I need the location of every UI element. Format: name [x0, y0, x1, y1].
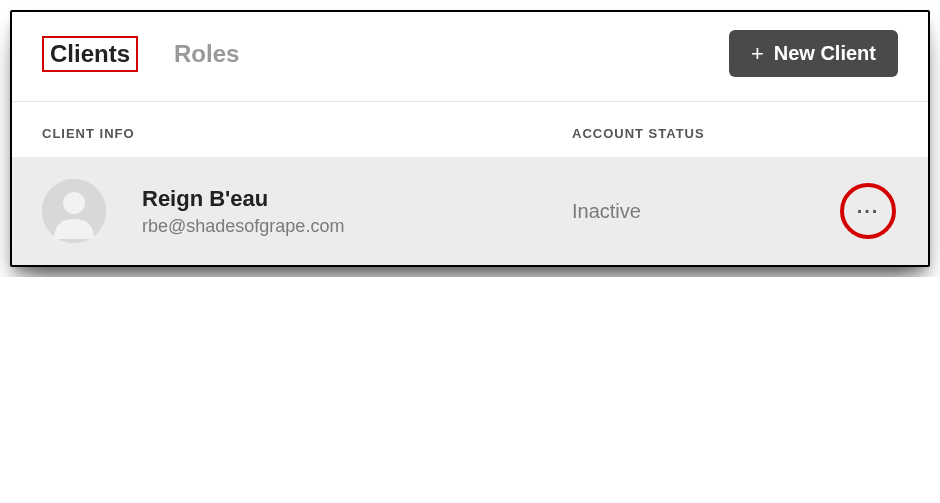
col-account-status: ACCOUNT STATUS [572, 126, 898, 141]
client-email: rbe@shadesofgrape.com [142, 216, 572, 237]
plus-icon: + [751, 43, 764, 65]
panel-header: Clients Roles + New Client [12, 12, 928, 102]
tabs: Clients Roles [42, 36, 729, 72]
col-client-info: CLIENT INFO [42, 126, 572, 141]
account-status-cell: Inactive [572, 200, 838, 223]
ellipsis-icon: ··· [857, 200, 880, 223]
row-actions: ··· [838, 191, 898, 231]
new-client-label: New Client [774, 42, 876, 65]
table-header: CLIENT INFO ACCOUNT STATUS [12, 102, 928, 157]
avatar [42, 179, 106, 243]
tab-clients[interactable]: Clients [42, 36, 138, 72]
svg-point-1 [63, 192, 85, 214]
tab-roles[interactable]: Roles [174, 40, 239, 68]
new-client-button[interactable]: + New Client [729, 30, 898, 77]
table-row: Reign B'eau rbe@shadesofgrape.com Inacti… [12, 157, 928, 265]
clients-panel: Clients Roles + New Client CLIENT INFO A… [10, 10, 930, 267]
client-info-cell: Reign B'eau rbe@shadesofgrape.com [142, 186, 572, 237]
avatar-placeholder-icon [42, 179, 106, 243]
client-name: Reign B'eau [142, 186, 572, 212]
more-actions-button[interactable]: ··· [848, 191, 888, 231]
